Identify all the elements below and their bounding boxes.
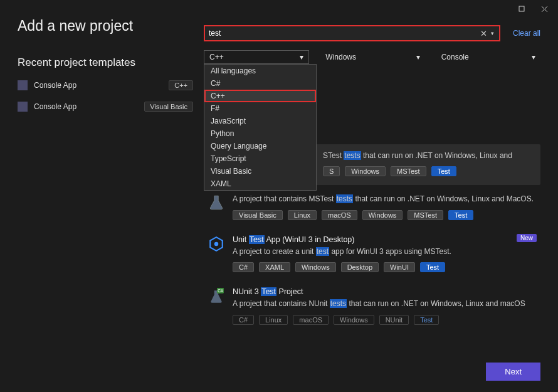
result-description: A project that contains NUnit tests that… <box>233 299 537 309</box>
recent-templates-panel: Recent project templates Console App C++… <box>18 56 193 123</box>
flask-cs-icon: C# <box>208 287 225 305</box>
search-dropdown-icon[interactable]: ▾ <box>490 30 495 36</box>
chevron-down-icon: ▾ <box>300 53 303 61</box>
recent-template-item[interactable]: Console App C++ <box>18 80 193 90</box>
language-option[interactable]: C# <box>204 77 316 90</box>
search-input[interactable] <box>209 29 478 38</box>
recent-heading: Recent project templates <box>18 56 193 69</box>
clear-search-icon[interactable]: ✕ <box>478 29 490 38</box>
language-filter[interactable]: C++ ▾ All languagesC#C++F#JavaScriptPyth… <box>204 50 309 64</box>
recent-template-item[interactable]: Console App Visual Basic <box>18 102 193 112</box>
language-option[interactable]: Query Language <box>204 140 316 152</box>
svg-rect-0 <box>519 6 524 11</box>
result-title: Unit Test App (WinUI 3 in Desktop) <box>233 235 537 244</box>
language-dropdown: All languagesC#C++F#JavaScriptPythonQuer… <box>204 64 317 191</box>
console-icon <box>18 102 28 112</box>
template-result[interactable]: New Unit Test App (WinUI 3 in Desktop) A… <box>204 229 540 281</box>
language-badge: Visual Basic <box>144 102 193 112</box>
template-result[interactable]: C# NUnit 3 Test Project A project that c… <box>204 281 540 333</box>
recent-name: Console App <box>34 102 76 111</box>
result-description: A project to create a unit test app for … <box>233 246 537 257</box>
hexagon-icon <box>208 235 225 253</box>
svg-point-3 <box>214 242 219 246</box>
chevron-down-icon: ▾ <box>532 53 535 61</box>
new-badge: New <box>517 234 537 242</box>
language-option[interactable]: C++ <box>204 90 316 102</box>
language-badge: C++ <box>169 80 193 90</box>
recent-name: Console App <box>34 81 76 90</box>
flask-icon <box>208 194 225 211</box>
maximize-button[interactable] <box>510 0 533 18</box>
result-title: NUnit 3 Test Project <box>233 287 537 296</box>
next-button[interactable]: Next <box>486 363 540 381</box>
template-result[interactable]: A project that contains MSTest tests tha… <box>204 188 540 228</box>
projecttype-filter[interactable]: Console ▾ <box>436 50 540 64</box>
clear-all-link[interactable]: Clear all <box>513 29 540 38</box>
language-option[interactable]: JavaScript <box>204 115 316 127</box>
platform-filter[interactable]: Windows ▾ <box>320 50 424 64</box>
titlebar <box>0 0 558 18</box>
result-tags: Visual Basic Linux macOS Windows MSTest … <box>233 210 537 220</box>
language-option[interactable]: Python <box>204 127 316 140</box>
result-tags: C# XAML Windows Desktop WinUI Test <box>233 262 537 272</box>
language-option[interactable]: TypeScript <box>204 152 316 165</box>
language-option[interactable]: Visual Basic <box>204 165 316 177</box>
close-button[interactable] <box>533 0 555 18</box>
chevron-down-icon: ▾ <box>416 53 420 61</box>
language-option[interactable]: F# <box>204 102 316 115</box>
language-option[interactable]: XAML <box>204 177 316 190</box>
language-option[interactable]: All languages <box>204 65 316 77</box>
svg-text:C#: C# <box>218 289 223 293</box>
search-input-wrap[interactable]: ✕ ▾ <box>204 25 500 41</box>
console-icon <box>18 80 28 90</box>
result-tags: S Windows MSTest Test <box>323 166 537 176</box>
result-description: A project that contains MSTest tests tha… <box>233 194 537 204</box>
result-tags: C# Linux macOS Windows NUnit Test <box>233 315 537 325</box>
result-description: STest tests that can run on .NET on Wind… <box>323 151 537 161</box>
